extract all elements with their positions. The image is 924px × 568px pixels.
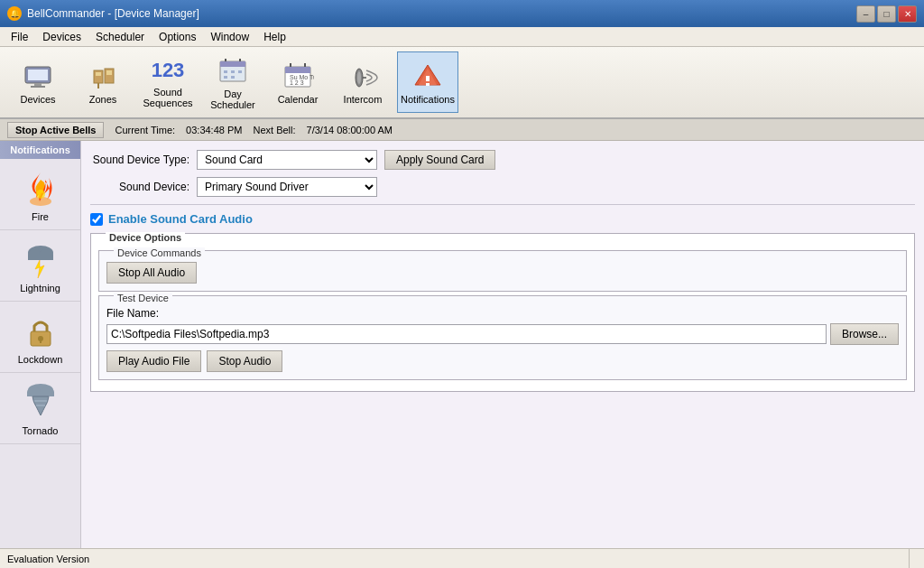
menu-bar: File Devices Scheduler Options Window He… <box>0 27 924 47</box>
sidebar-item-tornado[interactable]: Tornado <box>0 373 80 444</box>
browse-button[interactable]: Browse... <box>830 323 899 345</box>
svg-rect-40 <box>40 339 42 343</box>
bottom-status-bar: Evaluation Version <box>0 548 924 568</box>
device-options-inner: Device Commands Stop All Audio Test Devi… <box>91 250 914 391</box>
svg-rect-17 <box>231 76 235 79</box>
sidebar-lockdown-label: Lockdown <box>18 354 63 365</box>
play-audio-file-button[interactable]: Play Audio File <box>106 350 201 372</box>
current-time-label: Current Time: <box>115 125 175 135</box>
enable-sound-card-row: Enable Sound Card Audio <box>90 209 915 233</box>
svg-rect-3 <box>31 86 45 88</box>
next-bell-value: 7/3/14 08:00:00 AM <box>307 125 393 135</box>
file-name-label: File Name: <box>106 307 899 320</box>
toolbar-zones-label: Zones <box>89 94 117 105</box>
sidebar-lightning-label: Lightning <box>20 283 60 293</box>
audio-buttons: Play Audio File Stop Audio <box>106 350 899 372</box>
svg-rect-5 <box>96 72 101 76</box>
sidebar-tornado-label: Tornado <box>23 425 59 436</box>
test-device-group: Test Device File Name: Browse... Play Au… <box>98 295 907 380</box>
stop-audio-button[interactable]: Stop Audio <box>207 350 282 372</box>
enable-sound-card-checkbox[interactable] <box>90 213 103 226</box>
toolbar-day-scheduler[interactable]: Day Scheduler <box>202 51 263 113</box>
app-icon: 🔔 <box>7 6 22 21</box>
sidebar-header: Notifications <box>0 141 80 159</box>
svg-rect-14 <box>231 70 235 73</box>
toolbar-sound-sequences-label: Sound Sequences <box>142 87 194 108</box>
sound-device-type-select[interactable]: Sound Card Network Zone <box>197 150 377 170</box>
sound-device-type-label: Sound Device Type: <box>90 154 189 166</box>
lightning-icon <box>19 237 62 281</box>
stop-active-bells-button[interactable]: Stop Active Bells <box>7 122 104 138</box>
zones-icon <box>87 60 119 92</box>
menu-help[interactable]: Help <box>256 29 293 45</box>
device-options-legend: Device Options <box>106 232 185 243</box>
toolbar-day-scheduler-label: Day Scheduler <box>207 88 259 110</box>
toolbar-devices-label: Devices <box>20 94 55 105</box>
menu-window[interactable]: Window <box>203 29 256 45</box>
toolbar: Devices Zones 123 Sound Sequences <box>0 47 924 119</box>
apply-sound-card-button[interactable]: Apply Sound Card <box>384 150 495 170</box>
device-commands-group: Device Commands Stop All Audio <box>98 250 907 292</box>
tornado-icon <box>19 380 62 424</box>
toolbar-zones[interactable]: Zones <box>72 51 134 113</box>
current-time-value: 03:34:48 PM <box>186 125 242 135</box>
window-title: BellCommander - [Device Manager] <box>27 7 199 20</box>
device-commands-legend: Device Commands <box>114 247 205 258</box>
svg-rect-30 <box>426 83 430 86</box>
svg-rect-15 <box>238 70 242 73</box>
toolbar-calendar[interactable]: Su Mo Tu 1 2 3 Calendar <box>267 51 328 113</box>
maximize-button[interactable]: □ <box>877 5 896 23</box>
fire-icon <box>19 166 62 210</box>
toolbar-devices[interactable]: Devices <box>7 51 69 113</box>
toolbar-notifications[interactable]: Notifications <box>397 51 458 113</box>
sound-device-select[interactable]: Primary Sound Driver <box>197 177 377 197</box>
svg-rect-1 <box>28 70 48 80</box>
filename-row: Browse... <box>106 323 899 345</box>
svg-rect-36 <box>28 255 53 260</box>
file-name-input[interactable] <box>106 324 827 344</box>
sidebar-item-lockdown[interactable]: Lockdown <box>0 302 80 373</box>
toolbar-intercom[interactable]: Intercom <box>332 51 393 113</box>
main-content: Notifications Fire <box>0 141 924 548</box>
divider <box>90 204 915 205</box>
sidebar: Notifications Fire <box>0 141 81 548</box>
svg-point-32 <box>36 190 45 199</box>
toolbar-sound-sequences[interactable]: 123 Sound Sequences <box>137 51 199 113</box>
toolbar-notifications-label: Notifications <box>401 94 455 105</box>
menu-devices[interactable]: Devices <box>35 29 88 45</box>
status-bar: Stop Active Bells Current Time: 03:34:48… <box>0 119 924 141</box>
minimize-button[interactable]: – <box>856 5 875 23</box>
menu-options[interactable]: Options <box>152 29 203 45</box>
enable-sound-card-label: Enable Sound Card Audio <box>108 212 253 226</box>
test-device-inner: File Name: Browse... Play Audio File Sto… <box>99 307 906 379</box>
sound-sequences-icon: 123 <box>152 56 184 85</box>
next-bell-label: Next Bell: <box>253 125 295 135</box>
device-commands-inner: Stop All Audio <box>99 262 906 291</box>
sound-device-row: Sound Device: Primary Sound Driver <box>90 177 915 197</box>
close-button[interactable]: ✕ <box>898 5 917 23</box>
toolbar-intercom-label: Intercom <box>344 94 383 105</box>
day-scheduler-icon <box>217 54 249 87</box>
intercom-icon <box>346 60 379 92</box>
notifications-icon <box>411 60 444 92</box>
svg-rect-29 <box>426 76 430 81</box>
test-device-legend: Test Device <box>114 293 172 303</box>
svg-rect-16 <box>224 76 227 79</box>
svg-point-25 <box>357 71 361 84</box>
device-options-group: Device Options Device Commands Stop All … <box>90 233 915 392</box>
svg-rect-10 <box>220 61 245 67</box>
title-bar: 🔔 BellCommander - [Device Manager] – □ ✕ <box>0 0 924 27</box>
sidebar-item-lightning[interactable]: Lightning <box>0 230 80 302</box>
sound-device-label: Sound Device: <box>90 181 189 193</box>
menu-file[interactable]: File <box>4 29 35 45</box>
sidebar-item-fire[interactable]: Fire <box>0 159 80 230</box>
menu-scheduler[interactable]: Scheduler <box>88 29 152 45</box>
right-panel: Sound Device Type: Sound Card Network Zo… <box>81 141 924 548</box>
stop-all-audio-button[interactable]: Stop All Audio <box>106 262 197 284</box>
devices-icon <box>22 60 54 92</box>
svg-marker-37 <box>35 260 44 278</box>
svg-rect-8 <box>106 70 112 75</box>
svg-rect-13 <box>224 70 227 73</box>
svg-text:1  2  3: 1 2 3 <box>290 79 304 86</box>
calendar-icon: Su Mo Tu 1 2 3 <box>282 60 314 92</box>
